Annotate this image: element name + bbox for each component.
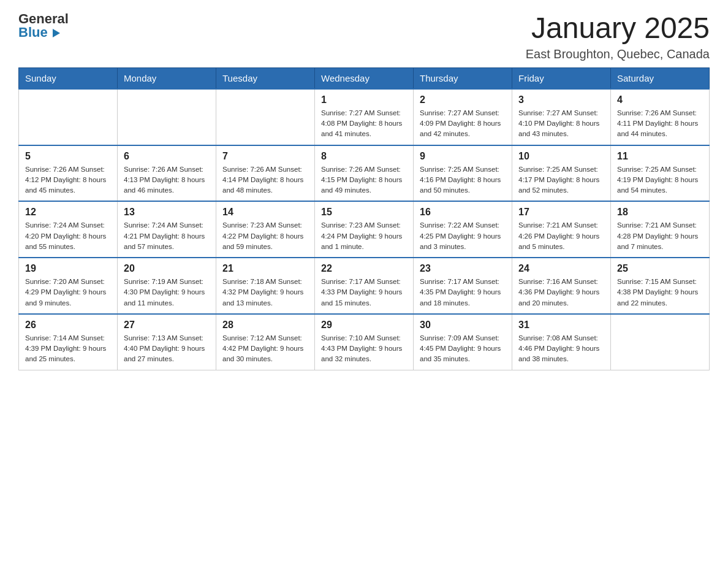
location: East Broughton, Quebec, Canada: [526, 47, 710, 61]
col-friday: Friday: [512, 67, 611, 89]
col-monday: Monday: [118, 67, 216, 89]
day-info: Sunrise: 7:19 AM Sunset: 4:30 PM Dayligh…: [124, 277, 210, 308]
logo-line1: General: [18, 12, 69, 26]
day-number: 23: [420, 263, 506, 274]
day-info: Sunrise: 7:17 AM Sunset: 4:33 PM Dayligh…: [321, 277, 407, 308]
calendar-cell: 18Sunrise: 7:21 AM Sunset: 4:28 PM Dayli…: [611, 201, 710, 258]
calendar-cell: 21Sunrise: 7:18 AM Sunset: 4:32 PM Dayli…: [216, 258, 315, 314]
calendar-cell: 30Sunrise: 7:09 AM Sunset: 4:45 PM Dayli…: [414, 314, 512, 370]
calendar-cell: 26Sunrise: 7:14 AM Sunset: 4:39 PM Dayli…: [19, 314, 118, 370]
day-info: Sunrise: 7:25 AM Sunset: 4:17 PM Dayligh…: [518, 164, 604, 196]
day-number: 31: [518, 320, 604, 331]
day-number: 15: [321, 207, 407, 218]
day-number: 25: [617, 263, 703, 274]
calendar-cell: 19Sunrise: 7:20 AM Sunset: 4:29 PM Dayli…: [19, 258, 118, 314]
day-number: 16: [420, 207, 506, 218]
day-number: 17: [518, 207, 604, 218]
day-number: 24: [518, 263, 604, 274]
day-number: 28: [222, 320, 308, 331]
day-number: 12: [25, 207, 111, 218]
col-tuesday: Tuesday: [216, 67, 315, 89]
calendar-cell: 29Sunrise: 7:10 AM Sunset: 4:43 PM Dayli…: [315, 314, 414, 370]
day-number: 30: [420, 320, 506, 331]
day-info: Sunrise: 7:24 AM Sunset: 4:20 PM Dayligh…: [25, 220, 111, 252]
day-number: 6: [124, 151, 210, 162]
calendar-body: 1Sunrise: 7:27 AM Sunset: 4:08 PM Daylig…: [19, 89, 710, 370]
month-title: January 2025: [526, 12, 710, 45]
day-info: Sunrise: 7:21 AM Sunset: 4:26 PM Dayligh…: [518, 220, 604, 252]
calendar-cell: 4Sunrise: 7:26 AM Sunset: 4:11 PM Daylig…: [611, 89, 710, 145]
day-number: 3: [518, 94, 604, 105]
day-number: 22: [321, 263, 407, 274]
calendar-cell: 8Sunrise: 7:26 AM Sunset: 4:15 PM Daylig…: [315, 145, 414, 202]
calendar-cell: 11Sunrise: 7:25 AM Sunset: 4:19 PM Dayli…: [611, 145, 710, 202]
day-info: Sunrise: 7:25 AM Sunset: 4:16 PM Dayligh…: [420, 164, 506, 196]
day-info: Sunrise: 7:21 AM Sunset: 4:28 PM Dayligh…: [617, 220, 703, 252]
day-info: Sunrise: 7:08 AM Sunset: 4:46 PM Dayligh…: [518, 333, 604, 365]
col-thursday: Thursday: [414, 67, 512, 89]
day-info: Sunrise: 7:27 AM Sunset: 4:10 PM Dayligh…: [518, 108, 604, 140]
col-saturday: Saturday: [611, 67, 710, 89]
day-number: 18: [617, 207, 703, 218]
day-number: 11: [617, 151, 703, 162]
day-number: 7: [222, 151, 308, 162]
day-info: Sunrise: 7:16 AM Sunset: 4:36 PM Dayligh…: [518, 277, 604, 308]
calendar-week-row: 5Sunrise: 7:26 AM Sunset: 4:12 PM Daylig…: [19, 145, 710, 202]
day-number: 21: [222, 263, 308, 274]
day-number: 2: [420, 94, 506, 105]
day-number: 27: [124, 320, 210, 331]
day-info: Sunrise: 7:20 AM Sunset: 4:29 PM Dayligh…: [25, 277, 111, 308]
day-number: 13: [124, 207, 210, 218]
day-number: 10: [518, 151, 604, 162]
weekday-header-row: Sunday Monday Tuesday Wednesday Thursday…: [19, 67, 710, 89]
calendar-week-row: 1Sunrise: 7:27 AM Sunset: 4:08 PM Daylig…: [19, 89, 710, 145]
logo: General Blue: [18, 12, 69, 39]
day-number: 4: [617, 94, 703, 105]
col-sunday: Sunday: [19, 67, 118, 89]
day-info: Sunrise: 7:14 AM Sunset: 4:39 PM Dayligh…: [25, 333, 111, 365]
calendar-cell: 17Sunrise: 7:21 AM Sunset: 4:26 PM Dayli…: [512, 201, 611, 258]
calendar-cell: 23Sunrise: 7:17 AM Sunset: 4:35 PM Dayli…: [414, 258, 512, 314]
calendar-table: Sunday Monday Tuesday Wednesday Thursday…: [18, 67, 710, 370]
calendar-cell: 3Sunrise: 7:27 AM Sunset: 4:10 PM Daylig…: [512, 89, 611, 145]
day-info: Sunrise: 7:17 AM Sunset: 4:35 PM Dayligh…: [420, 277, 506, 308]
day-info: Sunrise: 7:23 AM Sunset: 4:24 PM Dayligh…: [321, 220, 407, 252]
day-info: Sunrise: 7:26 AM Sunset: 4:13 PM Dayligh…: [124, 164, 210, 196]
logo-line2: Blue: [18, 26, 69, 39]
calendar-cell: 7Sunrise: 7:26 AM Sunset: 4:14 PM Daylig…: [216, 145, 315, 202]
title-block: January 2025 East Broughton, Quebec, Can…: [526, 12, 710, 61]
day-info: Sunrise: 7:23 AM Sunset: 4:22 PM Dayligh…: [222, 220, 308, 252]
calendar-cell: 2Sunrise: 7:27 AM Sunset: 4:09 PM Daylig…: [414, 89, 512, 145]
day-info: Sunrise: 7:24 AM Sunset: 4:21 PM Dayligh…: [124, 220, 210, 252]
day-number: 29: [321, 320, 407, 331]
day-info: Sunrise: 7:25 AM Sunset: 4:19 PM Dayligh…: [617, 164, 703, 196]
day-info: Sunrise: 7:13 AM Sunset: 4:40 PM Dayligh…: [124, 333, 210, 365]
calendar-cell: [216, 89, 315, 145]
day-info: Sunrise: 7:10 AM Sunset: 4:43 PM Dayligh…: [321, 333, 407, 365]
day-info: Sunrise: 7:15 AM Sunset: 4:38 PM Dayligh…: [617, 277, 703, 308]
calendar-cell: 24Sunrise: 7:16 AM Sunset: 4:36 PM Dayli…: [512, 258, 611, 314]
calendar-cell: 1Sunrise: 7:27 AM Sunset: 4:08 PM Daylig…: [315, 89, 414, 145]
calendar-cell: 9Sunrise: 7:25 AM Sunset: 4:16 PM Daylig…: [414, 145, 512, 202]
calendar-cell: 10Sunrise: 7:25 AM Sunset: 4:17 PM Dayli…: [512, 145, 611, 202]
calendar-cell: 31Sunrise: 7:08 AM Sunset: 4:46 PM Dayli…: [512, 314, 611, 370]
day-info: Sunrise: 7:26 AM Sunset: 4:14 PM Dayligh…: [222, 164, 308, 196]
day-number: 8: [321, 151, 407, 162]
calendar-cell: 5Sunrise: 7:26 AM Sunset: 4:12 PM Daylig…: [19, 145, 118, 202]
calendar-cell: 6Sunrise: 7:26 AM Sunset: 4:13 PM Daylig…: [118, 145, 216, 202]
day-number: 5: [25, 151, 111, 162]
calendar-cell: 13Sunrise: 7:24 AM Sunset: 4:21 PM Dayli…: [118, 201, 216, 258]
day-number: 20: [124, 263, 210, 274]
calendar-cell: 16Sunrise: 7:22 AM Sunset: 4:25 PM Dayli…: [414, 201, 512, 258]
day-number: 1: [321, 94, 407, 105]
calendar-cell: 14Sunrise: 7:23 AM Sunset: 4:22 PM Dayli…: [216, 201, 315, 258]
day-info: Sunrise: 7:18 AM Sunset: 4:32 PM Dayligh…: [222, 277, 308, 308]
calendar-week-row: 12Sunrise: 7:24 AM Sunset: 4:20 PM Dayli…: [19, 201, 710, 258]
calendar-header: Sunday Monday Tuesday Wednesday Thursday…: [19, 67, 710, 89]
day-info: Sunrise: 7:26 AM Sunset: 4:12 PM Dayligh…: [25, 164, 111, 196]
col-wednesday: Wednesday: [315, 67, 414, 89]
day-info: Sunrise: 7:27 AM Sunset: 4:09 PM Dayligh…: [420, 108, 506, 140]
page-header: General Blue January 2025 East Broughton…: [18, 12, 710, 61]
calendar-cell: 27Sunrise: 7:13 AM Sunset: 4:40 PM Dayli…: [118, 314, 216, 370]
calendar-cell: [19, 89, 118, 145]
